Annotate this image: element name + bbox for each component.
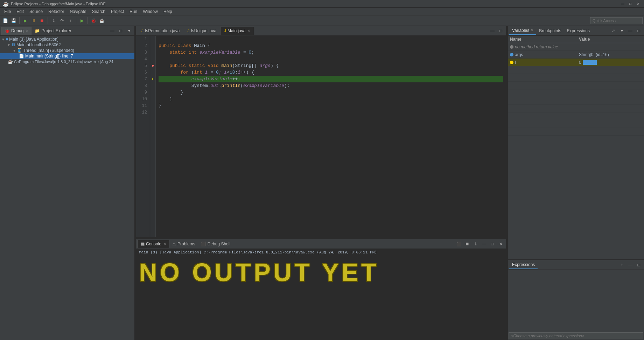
tab-project-explorer[interactable]: 📁 Project Explorer [31, 27, 74, 35]
console-clear[interactable]: ⬛ [455, 240, 463, 248]
var-row-empty-4 [508, 89, 644, 97]
app-icon: ☕ [3, 1, 9, 7]
tab-debug[interactable]: 🐞 Debug ✕ [1, 27, 31, 35]
main-tab-close[interactable]: ✕ [247, 29, 250, 33]
tree-item-main-app[interactable]: ▼ ■ Main (3) [Java Application] [0, 36, 134, 42]
right-tabs: Variables ✕ Breakpoints Expressions ⤢ ▾ … [508, 26, 644, 36]
editor-minimize[interactable]: — [489, 27, 496, 35]
project-icon: 📁 [35, 28, 40, 33]
var-row-i[interactable]: i 0 [508, 59, 644, 66]
perspective-debug[interactable]: 🐞 [90, 17, 97, 25]
tree-item-javaw[interactable]: ☕ C:\Program Files\Java\jre1.8.0_211\bin… [0, 59, 134, 64]
tab-is-unique[interactable]: J IsUnique.java [183, 27, 220, 35]
left-panel-minimize[interactable]: — [108, 27, 116, 35]
bottom-minimize[interactable]: — [480, 240, 488, 248]
menu-window[interactable]: Window [140, 8, 161, 15]
console-scroll[interactable]: ⤓ [472, 240, 479, 248]
menu-file[interactable]: File [1, 8, 14, 15]
left-panel-maximize[interactable]: □ [117, 27, 125, 35]
debug-tab-close[interactable]: ✕ [26, 29, 28, 33]
menu-run[interactable]: Run [127, 8, 140, 15]
code-line-6: for (int i = 0; i<10;i++) { [159, 69, 503, 76]
menu-search[interactable]: Search [89, 8, 108, 15]
expr-minimize[interactable]: — [626, 261, 634, 269]
code-line-1 [159, 36, 503, 42]
right-maximize[interactable]: □ [635, 27, 643, 35]
toolbar: 📄 💾 ▶ ⏸ ⏹ ⤵ ↷ ↑ ▶ 🐞 ☕ [0, 15, 644, 26]
code-content[interactable]: public class Main { static int exampleVa… [156, 36, 506, 237]
tab-debug-shell[interactable]: ⬛ Debug Shell [198, 240, 233, 248]
debug-tree: ▼ ■ Main (3) [Java Application] ▼ 🖥 Main… [0, 36, 134, 340]
menu-refactor[interactable]: Refactor [46, 8, 67, 15]
expressions-content [508, 270, 644, 340]
tab-is-permutation[interactable]: J IsPermutation.java [138, 27, 183, 35]
no-return-icon [510, 45, 513, 49]
menu-project[interactable]: Project [108, 8, 127, 15]
bottom-close[interactable]: ✕ [497, 240, 505, 248]
maximize-button[interactable]: □ [627, 1, 634, 6]
code-gutter: ● ➤ [150, 36, 156, 237]
var-row-args[interactable]: args String[0] (id=16) [508, 51, 644, 59]
step-return[interactable]: ↑ [66, 17, 74, 25]
debug-suspend[interactable]: ⏸ [30, 17, 37, 25]
window-controls: — □ ✕ [620, 1, 641, 6]
tree-icon: 📄 [19, 54, 24, 59]
var-row-no-return[interactable]: no method return value [508, 43, 644, 51]
tree-item-main-line[interactable]: 📄 Main.main(String[]) line: 7 [0, 53, 134, 59]
step-over[interactable]: ↷ [58, 17, 66, 25]
tree-item-thread[interactable]: ▼ 🧵 Thread [main] (Suspended) [0, 48, 134, 53]
run-button[interactable]: ▶ [78, 17, 86, 25]
minimize-button[interactable]: — [620, 1, 626, 6]
perspective-java[interactable]: ☕ [98, 17, 106, 25]
value-bar-indicator [583, 60, 597, 65]
expression-input[interactable] [509, 332, 643, 339]
close-button[interactable]: ✕ [635, 1, 641, 6]
var-row-empty-10 [508, 136, 644, 143]
vars-settings[interactable]: ▾ [618, 27, 626, 35]
debug-resume[interactable]: ▶ [21, 17, 29, 25]
shell-icon: ⬛ [201, 242, 206, 246]
vars-collapse[interactable]: ⤢ [610, 27, 617, 35]
menu-source[interactable]: Source [27, 8, 46, 15]
menu-edit[interactable]: Edit [14, 8, 27, 15]
vars-tab-close[interactable]: ✕ [531, 28, 533, 32]
debug-stop[interactable]: ⏹ [38, 17, 46, 25]
menu-navigate[interactable]: Navigate [67, 8, 89, 15]
tab-expr[interactable]: Expressions [509, 261, 538, 269]
tab-variables[interactable]: Variables ✕ [509, 27, 536, 35]
console-stop[interactable]: ⏹ [463, 240, 471, 248]
tree-item-main-host[interactable]: ▼ 🖥 Main at localhost:53062 [0, 42, 134, 48]
gutter-10 [150, 96, 155, 102]
tab-expressions-right[interactable]: Expressions [564, 27, 593, 35]
expr-maximize[interactable]: □ [635, 261, 643, 269]
menu-help[interactable]: Help [161, 8, 175, 15]
right-minimize[interactable]: — [626, 27, 634, 35]
save-button[interactable]: 💾 [10, 17, 18, 25]
quick-access-input[interactable] [590, 17, 643, 24]
console-content: Main (3) [Java Application] C:\Program F… [136, 249, 506, 340]
editor-tabs: J IsPermutation.java J IsUnique.java J M… [136, 26, 506, 36]
expr-controls: + — □ [618, 261, 643, 269]
gutter-9 [150, 89, 155, 96]
menu-bar: File Edit Source Refactor Navigate Searc… [0, 8, 644, 15]
var-row-empty-2 [508, 74, 644, 82]
editor-maximize[interactable]: □ [497, 27, 505, 35]
bottom-maximize[interactable]: □ [489, 240, 496, 248]
step-into[interactable]: ⤵ [50, 17, 57, 25]
tab-problems[interactable]: ⚠ Problems [169, 240, 198, 248]
toolbar-sep-1 [19, 17, 20, 24]
tree-arrow: ▼ [7, 43, 10, 47]
var-row-empty-9 [508, 128, 644, 136]
gutter-3 [150, 49, 155, 56]
tab-breakpoints[interactable]: Breakpoints [536, 27, 564, 35]
center-area: J IsPermutation.java J IsUnique.java J M… [136, 26, 506, 340]
console-tab-close[interactable]: ✕ [163, 242, 166, 246]
new-button[interactable]: 📄 [1, 17, 9, 25]
java-file-icon2: J [187, 28, 189, 33]
code-line-4 [159, 56, 503, 62]
tab-main-java[interactable]: J Main.java ✕ [220, 27, 254, 35]
expr-add[interactable]: + [618, 261, 626, 269]
code-editor[interactable]: 1 2 3 4 5 6 7 8 9 10 11 12 [136, 36, 506, 237]
left-panel-menu[interactable]: ▾ [125, 27, 133, 35]
tab-console[interactable]: ▦ Console ✕ [138, 240, 169, 248]
